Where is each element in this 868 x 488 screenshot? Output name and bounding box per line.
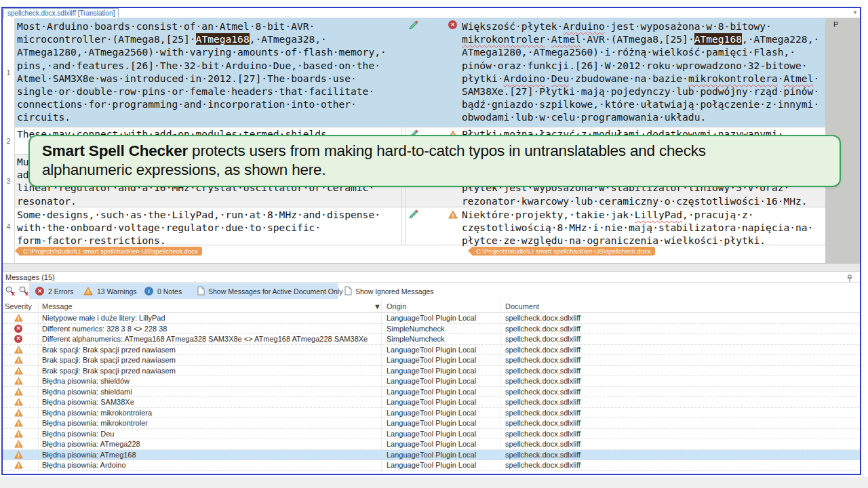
message-text: Different numerics: 328 3 8 <> 228 38: [42, 325, 167, 333]
message-origin: LanguageTool Plugin Local: [387, 419, 476, 427]
message-origin: SimpleNumcheck: [387, 335, 445, 343]
message-row[interactable]: !Błędna pisownia: ArdoinoLanguageTool Pl…: [3, 460, 860, 471]
segment-number[interactable]: 3: [3, 155, 14, 207]
message-row[interactable]: !Błędna pisownia: mikrokontroleraLanguag…: [3, 408, 860, 419]
message-row[interactable]: ✕Different alphanumerics: ATmega168 ATme…: [3, 334, 860, 345]
warnings-filter-label[interactable]: 13 Warnings: [97, 287, 137, 296]
source-cell[interactable]: Some·designs,·such·as·the·LilyPad,·run·a…: [17, 208, 404, 247]
misspelled-term: Atmel: [784, 73, 814, 84]
message-row[interactable]: !Błędna pisownia: mikrokontrolerLanguage…: [3, 418, 860, 429]
misspelled-term: Arduino: [563, 20, 605, 32]
grid-line: [406, 18, 406, 245]
svg-text:!: !: [18, 378, 20, 385]
target-doc-path-badge[interactable]: C:\Projects\studio\Lt smart spellchack\e…: [468, 247, 655, 256]
segment-number[interactable]: 1: [3, 18, 14, 127]
highlighted-term: ATmeg168: [694, 33, 742, 45]
message-origin: LanguageTool Plugin Local: [387, 356, 476, 364]
message-row[interactable]: !Błędna pisownia: shieldamiLanguageTool …: [3, 387, 860, 398]
message-document: spellcheck.docx.sdlxliff: [505, 377, 580, 385]
warning-icon: !: [14, 451, 23, 460]
message-text: Błędna pisownia: mikrokontroler: [42, 419, 148, 427]
svg-text:!: !: [87, 289, 90, 296]
pane-splitter[interactable]: [3, 263, 860, 272]
select-errors-filter-icon[interactable]: x: [5, 285, 16, 299]
message-document: spellcheck.docx.sdlxliff: [505, 367, 580, 375]
annotation-text: Smart Spell Checker protects users from …: [42, 142, 827, 180]
message-row[interactable]: !Błędna pisownia: SAM38XeLanguageTool Pl…: [3, 397, 860, 408]
warnings-filter-icon[interactable]: !: [83, 286, 93, 298]
svg-text:!: !: [18, 462, 20, 469]
segment-number[interactable]: 4: [3, 207, 14, 245]
warning-icon: !: [14, 377, 23, 386]
source-cell[interactable]: Most·Arduino·boards·consist·of·an·Atmel·…: [17, 20, 404, 124]
message-document: spellcheck.docx.sdlxliff: [505, 461, 580, 469]
ignored-messages-label[interactable]: Show Ignored Messages: [355, 287, 434, 296]
errors-filter-label[interactable]: 2 Errors: [48, 287, 73, 296]
warning-icon: !: [14, 398, 23, 407]
misspelled-term: Atmel: [551, 33, 581, 45]
message-origin: LanguageTool Plugin Local: [387, 377, 476, 385]
svg-text:!: !: [18, 399, 20, 406]
warning-icon: !: [14, 314, 23, 323]
message-row[interactable]: !Błędna pisownia: ATmeg168LanguageTool P…: [3, 450, 860, 461]
messages-panel-header: Messages (15): [3, 272, 860, 283]
message-text: Brak spacji: Brak spacji przed nawiasem: [42, 367, 176, 375]
message-row[interactable]: !Brak spacji: Brak spacji przed nawiasem…: [3, 355, 860, 366]
target-cell[interactable]: Niektóre·projekty,·takie·jak·LillyPad,·p…: [462, 208, 825, 247]
draft-status-pencil-icon: [408, 20, 419, 33]
message-row[interactable]: !Brak spacji: Brak spacji przed nawiasem…: [3, 345, 860, 356]
message-row[interactable]: ✕Different numerics: 328 3 8 <> 228 38Si…: [3, 324, 860, 335]
message-document: spellcheck.docx.sdlxliff: [505, 440, 580, 448]
message-row[interactable]: !Brak spacji: Brak spacji przed nawiasem…: [3, 366, 860, 377]
misspelled-term: LillyPad: [635, 209, 682, 220]
notes-filter-label[interactable]: 0 Notes: [157, 287, 182, 296]
warning-icon: !: [14, 367, 23, 376]
message-origin: LanguageTool Plugin Local: [387, 409, 476, 417]
warning-icon: !: [14, 346, 23, 355]
warning-icon: !: [14, 430, 23, 439]
svg-text:!: !: [18, 451, 20, 458]
messages-column-headers: Severity Message ▼ Origin Document: [3, 300, 860, 313]
message-row[interactable]: !Błędna pisownia: ATmega228LanguageTool …: [3, 439, 860, 450]
document-tab[interactable]: spellcheck.docx.sdlxliff [Translation]: [3, 8, 119, 18]
highlighted-term: ATmega168: [196, 33, 250, 45]
message-origin: LanguageTool Plugin Local: [387, 367, 476, 375]
messages-toolbar: x x ✕ 2 Errors ! 13 Warnings i 0 Notes S…: [3, 283, 860, 300]
message-document: spellcheck.docx.sdlxliff: [505, 346, 580, 354]
svg-text:!: !: [18, 430, 20, 437]
message-row[interactable]: !Nietypowe małe i duże litery: LillyPadL…: [3, 313, 860, 324]
column-header-origin[interactable]: Origin: [387, 302, 406, 310]
message-document: spellcheck.docx.sdlxliff: [505, 325, 580, 333]
source-doc-path-badge[interactable]: C:\Projects\studio\Lt smart spellchack\e…: [15, 247, 202, 256]
target-cell[interactable]: Większość·płytek·Arduino·jest·wyposażona…: [462, 20, 825, 124]
column-header-severity[interactable]: Severity: [5, 302, 32, 310]
message-text: Nietypowe małe i duże litery: LillyPad: [42, 314, 165, 322]
column-header-document[interactable]: Document: [505, 302, 539, 310]
message-document: spellcheck.docx.sdlxliff: [505, 314, 580, 322]
message-text: Different alphanumerics: ATmega168 ATmeg…: [42, 335, 368, 343]
sort-arrow-icon: ▼: [374, 302, 381, 310]
active-document-filter-icon[interactable]: [197, 286, 205, 298]
svg-text:!: !: [18, 367, 20, 374]
error-icon: ✕: [14, 325, 22, 333]
active-document-filter-label[interactable]: Show Messages for Active Document Only: [208, 287, 342, 296]
ignored-messages-icon[interactable]: [344, 286, 352, 298]
message-document: spellcheck.docx.sdlxliff: [505, 356, 580, 364]
column-header-message[interactable]: Message: [42, 302, 73, 310]
segment-number[interactable]: 2: [3, 127, 14, 155]
message-origin: LanguageTool Plugin Local: [387, 346, 476, 354]
misspelled-term: mikrokontroler: [462, 33, 545, 45]
segment-warning-icon: !: [448, 209, 458, 222]
tab-list-dropdown-icon[interactable]: ▼: [852, 9, 858, 16]
misspelled-term: Deu: [551, 73, 569, 84]
warning-icon: !: [14, 409, 23, 418]
message-row[interactable]: !Błędna pisownia: shieldówLanguageTool P…: [3, 376, 860, 387]
errors-filter-icon[interactable]: ✕: [35, 287, 44, 296]
message-document: spellcheck.docx.sdlxliff: [505, 409, 580, 417]
clear-filter-icon[interactable]: x: [18, 285, 30, 299]
svg-text:x: x: [12, 290, 15, 296]
message-row[interactable]: !Błędna pisownia: DeuLanguageTool Plugin…: [3, 429, 860, 440]
notes-filter-icon[interactable]: i: [144, 287, 153, 296]
svg-text:!: !: [18, 388, 20, 395]
annotation-bold-text: Smart Spell Checker: [42, 142, 188, 159]
